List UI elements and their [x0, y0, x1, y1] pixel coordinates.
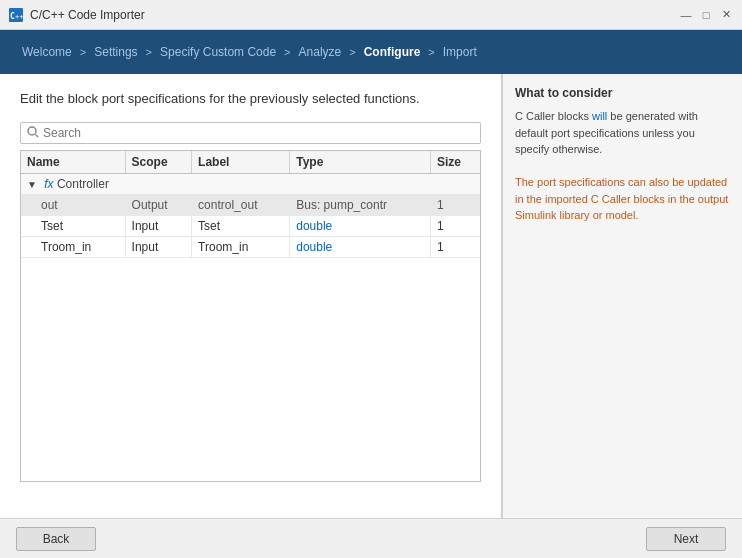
search-box[interactable]	[20, 122, 481, 144]
cell-name: Tset	[21, 216, 125, 237]
close-button[interactable]: ✕	[718, 7, 734, 23]
window-title: C/C++ Code Importer	[30, 8, 678, 22]
main-content: Edit the block port specifications for t…	[0, 74, 742, 518]
col-header-scope: Scope	[125, 151, 192, 174]
toggle-icon: ▼	[27, 179, 37, 190]
cell-size: 1	[430, 216, 480, 237]
svg-point-3	[28, 127, 36, 135]
minimize-button[interactable]: —	[678, 7, 694, 23]
nav-arrow-5: >	[426, 46, 436, 58]
cell-type: double	[290, 216, 431, 237]
nav-bar: Welcome > Settings > Specify Custom Code…	[0, 30, 742, 74]
cell-name: out	[21, 195, 125, 216]
right-panel-body: C Caller blocks will be generated with d…	[515, 108, 730, 224]
nav-arrow-1: >	[78, 46, 88, 58]
fx-label: fx	[44, 177, 53, 191]
svg-text:++: ++	[15, 13, 23, 21]
cell-name: Troom_in	[21, 237, 125, 258]
left-panel: Edit the block port specifications for t…	[0, 74, 502, 518]
group-name: Controller	[57, 177, 109, 191]
cell-scope: Output	[125, 195, 192, 216]
table-header-row: Name Scope Label Type Size	[21, 151, 480, 174]
back-button[interactable]: Back	[16, 527, 96, 551]
nav-arrow-4: >	[347, 46, 357, 58]
nav-item-welcome[interactable]: Welcome	[16, 45, 78, 59]
cell-label: Troom_in	[192, 237, 290, 258]
table-row[interactable]: out Output control_out Bus: pump_contr 1	[21, 195, 480, 216]
col-header-size: Size	[430, 151, 480, 174]
svg-line-4	[36, 135, 39, 138]
search-icon	[27, 126, 39, 140]
port-specs-table: Name Scope Label Type Size ▼ fx Controll…	[21, 151, 480, 258]
nav-item-specify[interactable]: Specify Custom Code	[154, 45, 282, 59]
cell-scope: Input	[125, 237, 192, 258]
search-input[interactable]	[43, 126, 474, 140]
right-panel-title: What to consider	[515, 86, 730, 100]
panel-title: Edit the block port specifications for t…	[20, 90, 481, 108]
app-icon: C ++	[8, 7, 24, 23]
col-header-label: Label	[192, 151, 290, 174]
table-row[interactable]: Troom_in Input Troom_in double 1	[21, 237, 480, 258]
cell-size: 1	[430, 237, 480, 258]
nav-item-settings[interactable]: Settings	[88, 45, 143, 59]
cell-size: 1	[430, 195, 480, 216]
group-row-controller[interactable]: ▼ fx Controller	[21, 174, 480, 195]
nav-arrow-2: >	[144, 46, 154, 58]
cell-label: Tset	[192, 216, 290, 237]
cell-scope: Input	[125, 216, 192, 237]
nav-item-analyze[interactable]: Analyze	[293, 45, 348, 59]
cell-type: Bus: pump_contr	[290, 195, 431, 216]
col-header-type: Type	[290, 151, 431, 174]
nav-arrow-3: >	[282, 46, 292, 58]
right-text-1: C Caller blocks	[515, 110, 592, 122]
cell-type: double	[290, 237, 431, 258]
right-text-highlight: will	[592, 110, 607, 122]
table-row[interactable]: Tset Input Tset double 1	[21, 216, 480, 237]
title-bar: C ++ C/C++ Code Importer — □ ✕	[0, 0, 742, 30]
maximize-button[interactable]: □	[698, 7, 714, 23]
window-controls: — □ ✕	[678, 7, 734, 23]
cell-label: control_out	[192, 195, 290, 216]
col-header-name: Name	[21, 151, 125, 174]
nav-item-import[interactable]: Import	[437, 45, 483, 59]
right-text-orange: The port specifications can also be upda…	[515, 176, 728, 221]
table-container: Name Scope Label Type Size ▼ fx Controll…	[20, 150, 481, 482]
right-panel: What to consider C Caller blocks will be…	[502, 74, 742, 518]
nav-item-configure[interactable]: Configure	[358, 45, 427, 59]
footer: Back Next	[0, 518, 742, 558]
next-button[interactable]: Next	[646, 527, 726, 551]
